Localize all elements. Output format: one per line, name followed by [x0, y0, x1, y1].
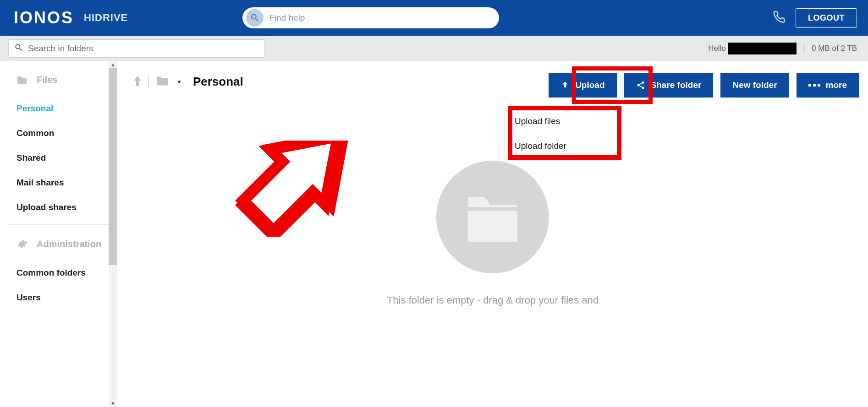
header-right: LOGOUT [773, 8, 857, 28]
folder-icon [16, 76, 27, 85]
product-name: HIDRIVE [84, 12, 128, 24]
empty-state-text: This folder is empty - drag & drop your … [387, 294, 599, 306]
top-header: IONOS HIDRIVE LOGOUT [0, 0, 868, 36]
sidebar-item-shared[interactable]: Shared [0, 146, 117, 170]
share-folder-button[interactable]: Share folder [624, 73, 714, 98]
new-folder-button[interactable]: New folder [720, 73, 789, 98]
toolbar: Upload Share folder New folder more [549, 73, 859, 98]
help-search[interactable] [242, 7, 499, 28]
scrollbar-thumb[interactable] [109, 68, 117, 265]
more-button[interactable]: more [797, 73, 859, 98]
sidebar-section-admin: Administration [0, 225, 117, 260]
upload-dropdown: Upload files Upload folder [505, 109, 619, 159]
logout-button[interactable]: LOGOUT [796, 8, 857, 28]
share-icon [636, 81, 645, 90]
sidebar: ▲ ▼ Files Personal Common Shared Mail sh… [0, 61, 117, 407]
sidebar-item-users[interactable]: Users [0, 285, 117, 310]
storage-usage: 0 MB of 2 TB [812, 44, 857, 53]
svg-rect-3 [468, 210, 517, 242]
brand-logo: IONOS [14, 8, 74, 27]
sidebar-item-common[interactable]: Common [0, 121, 117, 146]
upload-button[interactable]: Upload [549, 73, 616, 98]
folder-search-input[interactable] [28, 43, 259, 54]
share-button-label: Share folder [651, 80, 702, 90]
up-arrow-icon[interactable] [133, 75, 142, 89]
redacted-username [728, 43, 797, 54]
main-layout: ▲ ▼ Files Personal Common Shared Mail sh… [0, 61, 868, 407]
sidebar-section-files: Files [0, 61, 117, 96]
upload-files-option[interactable]: Upload files [505, 109, 618, 134]
svg-rect-4 [468, 207, 517, 211]
empty-folder-icon [436, 161, 549, 273]
help-search-input[interactable] [269, 13, 495, 23]
scroll-down-icon[interactable]: ▼ [110, 401, 115, 406]
greeting-text: Hello [708, 43, 797, 54]
svg-point-0 [642, 81, 644, 84]
folder-icon[interactable] [155, 76, 169, 88]
more-icon [808, 84, 820, 87]
sidebar-item-common-folders[interactable]: Common folders [0, 260, 117, 285]
separator: | [803, 43, 805, 54]
new-folder-label: New folder [732, 80, 777, 90]
sidebar-section-label: Files [37, 75, 58, 85]
content-area: ▼ Personal Upload Share folder New folde… [117, 61, 868, 407]
upload-icon [560, 81, 570, 90]
upload-button-label: Upload [575, 80, 604, 90]
caret-down-icon[interactable]: ▼ [176, 79, 182, 85]
breadcrumb-title: Personal [193, 75, 243, 89]
sidebar-item-personal[interactable]: Personal [0, 96, 117, 121]
search-icon [14, 43, 23, 54]
gear-icon [16, 239, 27, 250]
phone-icon[interactable] [773, 11, 786, 25]
scroll-up-icon[interactable]: ▲ [110, 62, 115, 67]
empty-state: This folder is empty - drag & drop your … [387, 161, 599, 306]
svg-point-2 [642, 87, 644, 89]
sidebar-item-upload-shares[interactable]: Upload shares [0, 195, 117, 220]
sub-header: Hello | 0 MB of 2 TB [0, 36, 868, 61]
more-button-label: more [826, 80, 847, 90]
annotation-arrow [225, 141, 363, 239]
upload-folder-option[interactable]: Upload folder [505, 134, 618, 158]
svg-point-1 [637, 84, 639, 87]
breadcrumb-separator [148, 76, 149, 88]
folder-search[interactable] [8, 39, 265, 58]
sidebar-section-label: Administration [37, 239, 101, 250]
search-icon [246, 9, 264, 27]
sidebar-item-mail-shares[interactable]: Mail shares [0, 170, 117, 195]
